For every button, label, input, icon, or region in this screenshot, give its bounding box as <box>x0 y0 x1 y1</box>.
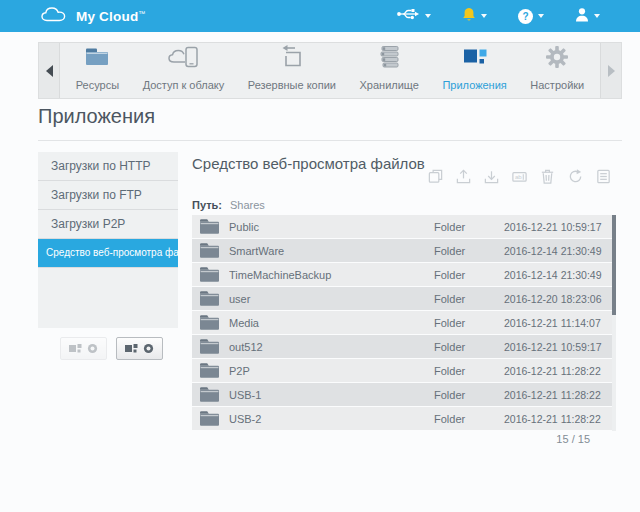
folder-icon <box>200 291 219 306</box>
download-icon[interactable] <box>482 167 500 185</box>
refresh-icon[interactable] <box>566 167 584 185</box>
delete-icon[interactable] <box>538 167 556 185</box>
brand: My Cloud™ <box>40 5 146 27</box>
file-name: Media <box>229 317 434 329</box>
file-date: 2016-12-21 11:28:22 <box>504 365 612 377</box>
svg-text:ab: ab <box>514 173 521 180</box>
nav-label: Резервные копии <box>248 79 336 91</box>
nav-item-cloud-access[interactable]: Доступ к облаку <box>143 44 225 91</box>
folder-icon <box>200 339 219 354</box>
sidebar-item-http-downloads[interactable]: Загрузки по HTTP <box>38 152 178 181</box>
nav-item-settings[interactable]: Настройки <box>530 44 584 91</box>
arrow-left-icon <box>46 65 53 77</box>
folder-icon <box>200 387 219 402</box>
table-row[interactable]: Media Folder 2016-12-21 11:14:07 <box>192 311 612 334</box>
folder-icon <box>200 315 219 330</box>
settings-gear-icon <box>544 44 570 74</box>
details-icon[interactable] <box>594 167 612 185</box>
usb-menu[interactable] <box>396 7 431 25</box>
arrow-right-icon <box>608 65 615 77</box>
page-title: Приложения <box>38 105 155 128</box>
nav-scroll-left-button[interactable] <box>39 43 60 98</box>
file-name: USB-2 <box>229 413 434 425</box>
table-scrollbar[interactable] <box>612 215 616 431</box>
cloud-logo-icon <box>40 5 67 27</box>
file-date: 2016-12-21 11:14:07 <box>504 317 612 329</box>
folder-icon <box>200 411 219 426</box>
file-type: Folder <box>434 389 504 401</box>
nav-item-shares[interactable]: Ресурсы <box>76 44 119 91</box>
alerts-menu[interactable] <box>462 7 487 26</box>
divider <box>38 140 622 141</box>
add-app-button[interactable] <box>116 337 163 360</box>
brand-name: My Cloud™ <box>76 9 146 24</box>
folder-icon <box>200 219 219 234</box>
top-header: My Cloud™ <box>0 0 640 32</box>
nav-label: Приложения <box>442 79 506 91</box>
folder-icon <box>200 243 219 258</box>
nav-scroll-right-button[interactable] <box>600 43 621 98</box>
sidebar-item-p2p-downloads[interactable]: Загрузки P2P <box>38 210 178 239</box>
gear-icon <box>87 340 98 358</box>
usb-icon <box>396 7 420 25</box>
alerts-bell-icon <box>462 7 476 26</box>
folder-icon <box>200 363 219 378</box>
nav-label: Хранилище <box>360 79 419 91</box>
file-type: Folder <box>434 269 504 281</box>
trademark: ™ <box>138 9 145 16</box>
path-label: Путь: <box>192 199 222 211</box>
scrollbar-thumb[interactable] <box>612 215 616 315</box>
table-row[interactable]: USB-1 Folder 2016-12-21 11:28:22 <box>192 383 612 406</box>
table-row[interactable]: user Folder 2016-12-20 18:23:06 <box>192 287 612 310</box>
cloud-access-icon <box>166 44 200 74</box>
chevron-down-icon <box>594 14 600 18</box>
file-name: USB-1 <box>229 389 434 401</box>
file-name: Public <box>229 221 434 233</box>
table-row[interactable]: P2P Folder 2016-12-21 11:28:22 <box>192 359 612 382</box>
storage-icon <box>374 44 404 74</box>
file-name: P2P <box>229 365 434 377</box>
table-row[interactable]: USB-2 Folder 2016-12-21 11:28:22 <box>192 407 612 430</box>
app-panel-title: Средство веб-просмотра файлов <box>192 155 425 172</box>
file-type: Folder <box>434 365 504 377</box>
file-name: TimeMachineBackup <box>229 269 434 281</box>
remove-app-button[interactable] <box>60 337 107 360</box>
table-row[interactable]: Public Folder 2016-12-21 10:59:17 <box>192 215 612 238</box>
file-name: user <box>229 293 434 305</box>
help-icon: ? <box>518 9 533 24</box>
file-type: Folder <box>434 221 504 233</box>
nav-item-storage[interactable]: Хранилище <box>360 44 419 91</box>
apps-icon <box>461 44 489 74</box>
nav-item-backups[interactable]: Резервные копии <box>248 44 336 91</box>
file-date: 2016-12-14 21:30:49 <box>504 269 612 281</box>
help-menu[interactable]: ? <box>518 9 544 24</box>
rename-icon[interactable]: ab <box>510 167 528 185</box>
folder-icon <box>200 267 219 282</box>
table-row[interactable]: TimeMachineBackup Folder 2016-12-14 21:3… <box>192 263 612 286</box>
file-date: 2016-12-14 21:30:49 <box>504 245 612 257</box>
upload-icon[interactable] <box>454 167 472 185</box>
nav-item-apps[interactable]: Приложения <box>442 44 506 91</box>
path-breadcrumb: Путь:Shares <box>192 199 265 211</box>
file-date: 2016-12-21 10:59:17 <box>504 221 612 233</box>
file-date: 2016-12-21 11:28:22 <box>504 389 612 401</box>
file-type: Folder <box>434 317 504 329</box>
file-table: Public Folder 2016-12-21 10:59:17 SmartW… <box>192 215 612 431</box>
file-date: 2016-12-20 18:23:06 <box>504 293 612 305</box>
app-squares-icon <box>125 340 138 358</box>
sidebar-item-ftp-downloads[interactable]: Загрузки по FTP <box>38 181 178 210</box>
app-squares-icon <box>69 340 82 358</box>
copy-icon[interactable] <box>426 167 444 185</box>
apps-sidebar: Загрузки по HTTP Загрузки по FTP Загрузк… <box>38 152 178 328</box>
user-menu[interactable] <box>575 7 600 26</box>
chevron-down-icon <box>425 14 431 18</box>
main-nav: Ресурсы Доступ к облаку Рез <box>38 42 622 99</box>
nav-label: Настройки <box>530 79 584 91</box>
table-row[interactable]: SmartWare Folder 2016-12-14 21:30:49 <box>192 239 612 262</box>
pagination-count: 15 / 15 <box>556 433 590 445</box>
table-row[interactable]: out512 Folder 2016-12-21 10:59:17 <box>192 335 612 358</box>
sidebar-item-web-file-viewer[interactable]: Средство веб-просмотра файлов <box>38 239 178 268</box>
user-icon <box>575 7 589 26</box>
file-name: SmartWare <box>229 245 434 257</box>
path-value[interactable]: Shares <box>230 199 265 211</box>
